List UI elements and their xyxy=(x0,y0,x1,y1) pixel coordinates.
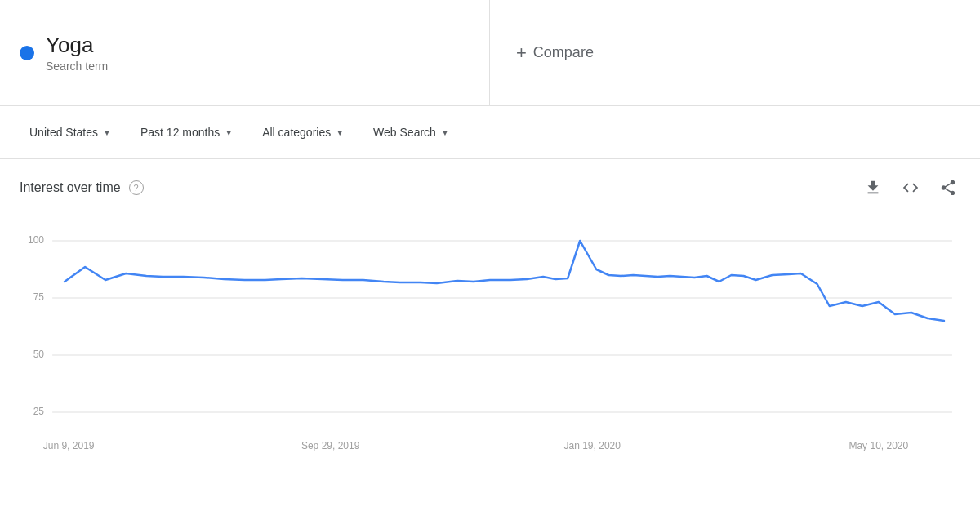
region-dropdown-arrow: ▼ xyxy=(103,128,111,137)
header: Yoga Search term + Compare xyxy=(0,0,980,106)
search-type-dropdown-arrow: ▼ xyxy=(441,128,449,137)
svg-text:100: 100 xyxy=(28,234,44,246)
search-type-dropdown[interactable]: Web Search ▼ xyxy=(363,121,459,144)
compare-button[interactable]: + Compare xyxy=(516,44,594,62)
term-color-dot xyxy=(20,46,34,60)
share-button[interactable] xyxy=(936,176,960,200)
time-dropdown[interactable]: Past 12 months ▼ xyxy=(131,121,243,144)
embed-button[interactable] xyxy=(898,176,923,200)
svg-text:Jan 19, 2020: Jan 19, 2020 xyxy=(564,440,621,451)
category-dropdown[interactable]: All categories ▼ xyxy=(252,121,354,144)
help-icon[interactable]: ? xyxy=(129,180,144,195)
compare-panel: + Compare xyxy=(490,0,980,105)
trend-line xyxy=(65,241,944,321)
chart-title: Interest over time xyxy=(20,180,121,195)
svg-text:Sep 29, 2019: Sep 29, 2019 xyxy=(301,440,360,451)
filter-bar: United States ▼ Past 12 months ▼ All cat… xyxy=(0,106,980,159)
term-name: Yoga xyxy=(46,33,108,58)
svg-text:Jun 9, 2019: Jun 9, 2019 xyxy=(43,440,95,451)
compare-label: Compare xyxy=(533,44,594,61)
download-icon xyxy=(864,179,882,197)
chart-container: 100 75 50 25 Jun 9, 2019 Sep 29, 2019 Ja… xyxy=(20,208,960,464)
svg-text:25: 25 xyxy=(33,406,45,417)
region-dropdown[interactable]: United States ▼ xyxy=(20,121,121,144)
download-button[interactable] xyxy=(861,176,885,200)
svg-text:May 10, 2020: May 10, 2020 xyxy=(849,440,908,451)
category-dropdown-arrow: ▼ xyxy=(336,128,344,137)
compare-plus-icon: + xyxy=(516,44,527,62)
svg-text:75: 75 xyxy=(33,291,45,303)
time-dropdown-arrow: ▼ xyxy=(225,128,233,137)
time-label: Past 12 months xyxy=(140,126,220,139)
category-label: All categories xyxy=(262,126,331,139)
region-label: United States xyxy=(29,126,98,139)
trend-chart: 100 75 50 25 Jun 9, 2019 Sep 29, 2019 Ja… xyxy=(20,208,960,461)
search-term-panel: Yoga Search term xyxy=(0,0,490,105)
chart-title-area: Interest over time ? xyxy=(20,180,144,195)
chart-header: Interest over time ? xyxy=(20,176,960,200)
embed-icon xyxy=(902,179,920,197)
search-type-label: Web Search xyxy=(373,126,436,139)
search-term-text: Yoga Search term xyxy=(46,33,108,73)
chart-section: Interest over time ? xyxy=(0,159,980,473)
term-type: Search term xyxy=(46,60,108,73)
share-icon xyxy=(939,179,957,197)
svg-text:50: 50 xyxy=(33,349,45,360)
chart-actions xyxy=(861,176,960,200)
